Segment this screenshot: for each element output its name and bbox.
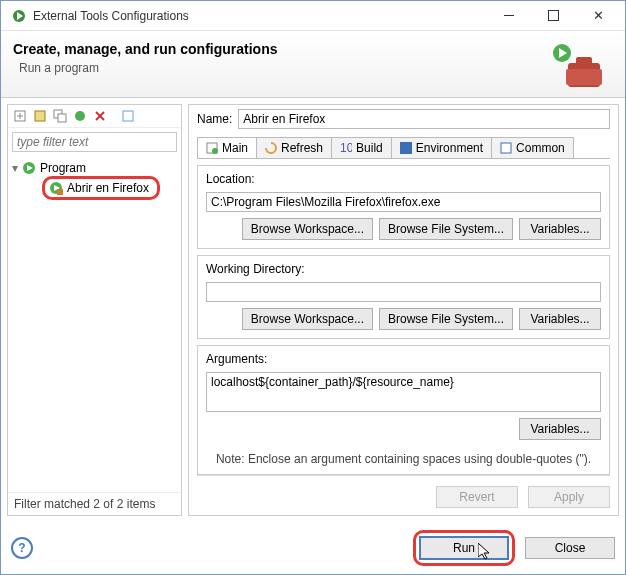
- revert-button[interactable]: Revert: [436, 486, 518, 508]
- location-browse-filesystem-button[interactable]: Browse File System...: [379, 218, 513, 240]
- tab-environment[interactable]: Environment: [391, 137, 492, 158]
- arguments-label: Arguments:: [206, 352, 601, 366]
- arguments-group: Arguments: Variables... Note: Enclose an…: [197, 345, 610, 475]
- svg-rect-16: [123, 111, 133, 121]
- svg-rect-21: [57, 189, 63, 195]
- workingdir-variables-button[interactable]: Variables...: [519, 308, 601, 330]
- filter-box: [12, 132, 177, 152]
- svg-rect-5: [566, 69, 602, 85]
- workingdir-label: Working Directory:: [206, 262, 601, 276]
- program-run-icon: [49, 181, 63, 195]
- program-icon: [22, 161, 36, 175]
- expand-icon[interactable]: ▾: [12, 161, 18, 175]
- tree-item-selected[interactable]: Abrir en Firefox: [42, 176, 160, 200]
- apply-button[interactable]: Apply: [528, 486, 610, 508]
- header-icon: [543, 41, 613, 91]
- duplicate-icon[interactable]: [52, 108, 68, 124]
- tab-build[interactable]: 101 Build: [331, 137, 392, 158]
- export-icon[interactable]: [72, 108, 88, 124]
- common-tab-icon: [500, 142, 512, 154]
- right-panel: Name: Main Refresh 101 Build Environment: [188, 104, 619, 516]
- close-window-button[interactable]: [576, 2, 621, 30]
- left-toolbar: [8, 105, 181, 128]
- svg-point-13: [75, 111, 85, 121]
- titlebar: External Tools Configurations: [1, 1, 625, 31]
- header-title: Create, manage, and run configurations: [13, 41, 543, 57]
- run-button[interactable]: Run: [419, 536, 509, 560]
- close-button[interactable]: Close: [525, 537, 615, 559]
- help-button[interactable]: ?: [11, 537, 33, 559]
- tree-root-label: Program: [40, 161, 86, 175]
- refresh-tab-icon: [265, 142, 277, 154]
- location-label: Location:: [206, 172, 601, 186]
- filter-input[interactable]: [12, 132, 177, 152]
- titlebar-icon: [11, 8, 27, 24]
- new-prototype-icon[interactable]: [32, 108, 48, 124]
- location-input[interactable]: [206, 192, 601, 212]
- config-tree[interactable]: ▾ Program Abrir en Firefox: [8, 156, 181, 492]
- dialog-header: Create, manage, and run configurations R…: [1, 31, 625, 98]
- arguments-input[interactable]: [206, 372, 601, 412]
- env-tab-icon: [400, 142, 412, 154]
- maximize-button[interactable]: [531, 2, 576, 30]
- workingdir-group: Working Directory: Browse Workspace... B…: [197, 255, 610, 339]
- left-panel: ▾ Program Abrir en Firefox Filter matche…: [7, 104, 182, 516]
- filter-status: Filter matched 2 of 2 items: [8, 492, 181, 515]
- main-tab-icon: [206, 142, 218, 154]
- location-variables-button[interactable]: Variables...: [519, 218, 601, 240]
- filter-icon[interactable]: [120, 108, 136, 124]
- workingdir-browse-filesystem-button[interactable]: Browse File System...: [379, 308, 513, 330]
- arguments-note: Note: Enclose an argument containing spa…: [206, 452, 601, 466]
- delete-icon[interactable]: [92, 108, 108, 124]
- location-group: Location: Browse Workspace... Browse Fil…: [197, 165, 610, 249]
- svg-point-23: [212, 148, 218, 154]
- tab-main[interactable]: Main: [197, 137, 257, 158]
- location-browse-workspace-button[interactable]: Browse Workspace...: [242, 218, 373, 240]
- svg-rect-10: [35, 111, 45, 121]
- workingdir-browse-workspace-button[interactable]: Browse Workspace...: [242, 308, 373, 330]
- svg-text:101: 101: [340, 142, 352, 154]
- run-highlight: Run: [413, 530, 515, 566]
- tree-root-program[interactable]: ▾ Program: [12, 160, 177, 176]
- tab-bar: Main Refresh 101 Build Environment Commo…: [197, 137, 610, 159]
- new-config-icon[interactable]: [12, 108, 28, 124]
- arguments-variables-button[interactable]: Variables...: [519, 418, 601, 440]
- workingdir-input[interactable]: [206, 282, 601, 302]
- name-label: Name:: [197, 112, 232, 126]
- tree-item-label: Abrir en Firefox: [67, 181, 149, 195]
- tab-refresh[interactable]: Refresh: [256, 137, 332, 158]
- svg-rect-6: [576, 57, 592, 65]
- tab-common[interactable]: Common: [491, 137, 574, 158]
- svg-rect-12: [58, 114, 66, 122]
- minimize-button[interactable]: [486, 2, 531, 30]
- header-subtitle: Run a program: [13, 61, 543, 75]
- name-input[interactable]: [238, 109, 610, 129]
- window-title: External Tools Configurations: [33, 9, 486, 23]
- build-tab-icon: 101: [340, 142, 352, 154]
- dialog-footer: ? Run Close: [1, 522, 625, 574]
- svg-rect-26: [501, 143, 511, 153]
- svg-rect-25: [400, 142, 412, 154]
